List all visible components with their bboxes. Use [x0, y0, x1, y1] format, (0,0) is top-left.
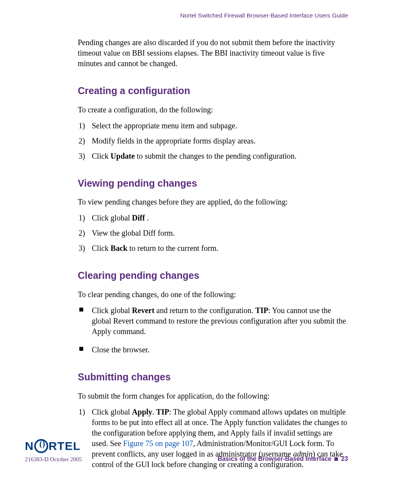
list-item: Select the appropriate menu item and sub… [78, 121, 348, 131]
list-item: Close the browser. [78, 345, 348, 355]
bold: Back [110, 244, 127, 252]
heading-creating: Creating a configuration [78, 84, 348, 98]
bullets-clearing: Click global Revert and return to the co… [78, 305, 348, 355]
chapter-footer: Basics of the Browser-Based Interface 23 [218, 455, 348, 463]
text: Click global [92, 214, 132, 222]
square-bullet-icon [334, 457, 338, 461]
bold: Revert [132, 306, 154, 315]
logo-text-left: N [25, 438, 34, 454]
lead-clearing: To clear pending changes, do one of the … [78, 289, 348, 300]
list-item: Click Update to submit the changes to th… [78, 151, 348, 161]
intro-paragraph: Pending changes are also discarded if yo… [78, 37, 348, 69]
text: to return to the current form. [128, 244, 219, 252]
running-header: Nortel Switched Firewall Browser-Based I… [78, 12, 348, 20]
logo-text-right: RTEL [49, 438, 80, 454]
lead-creating: To create a configuration, do the follow… [78, 105, 348, 115]
lead-submitting: To submit the form changes for applicati… [78, 391, 348, 401]
bold: TIP [255, 306, 268, 315]
steps-creating: Select the appropriate menu item and sub… [78, 121, 348, 161]
list-item: Modify fields in the appropriate forms d… [78, 136, 348, 146]
publication-info: 216383-D October 2005 [25, 455, 82, 463]
heading-clearing: Clearing pending changes [78, 269, 348, 282]
heading-submitting: Submitting changes [78, 371, 348, 384]
globe-icon [34, 439, 48, 453]
text: and return to the configuration. [154, 306, 255, 315]
bold: TIP [156, 408, 169, 416]
list-item: View the global Diff form. [78, 228, 348, 238]
text: to submit the changes to the pending con… [135, 152, 297, 160]
bold: Apply [132, 408, 152, 416]
text: Click global [92, 306, 132, 315]
text: Click [92, 152, 110, 160]
text: Click [92, 244, 110, 252]
page-body: Nortel Switched Firewall Browser-Based I… [0, 0, 420, 470]
steps-viewing: Click global Diff . View the global Diff… [78, 213, 348, 254]
nortel-logo: N RTEL [25, 438, 82, 454]
page-number: 23 [341, 455, 348, 463]
chapter-title-text: Basics of the Browser-Based Interface [218, 455, 332, 463]
heading-viewing: Viewing pending changes [78, 177, 348, 190]
list-item: Click global Diff . [78, 213, 348, 223]
list-item: Click Back to return to the current form… [78, 243, 348, 254]
logo-block: N RTEL 216383-D October 2005 [25, 438, 82, 463]
lead-viewing: To view pending changes before they are … [78, 197, 348, 207]
text: . [152, 408, 156, 416]
text: . [145, 214, 149, 222]
page-footer: N RTEL 216383-D October 2005 Basics of t… [25, 438, 348, 463]
bold: Update [110, 152, 135, 160]
bold: Diff [132, 214, 145, 222]
list-item: Click global Revert and return to the co… [78, 305, 348, 337]
text: Click global [92, 408, 132, 416]
